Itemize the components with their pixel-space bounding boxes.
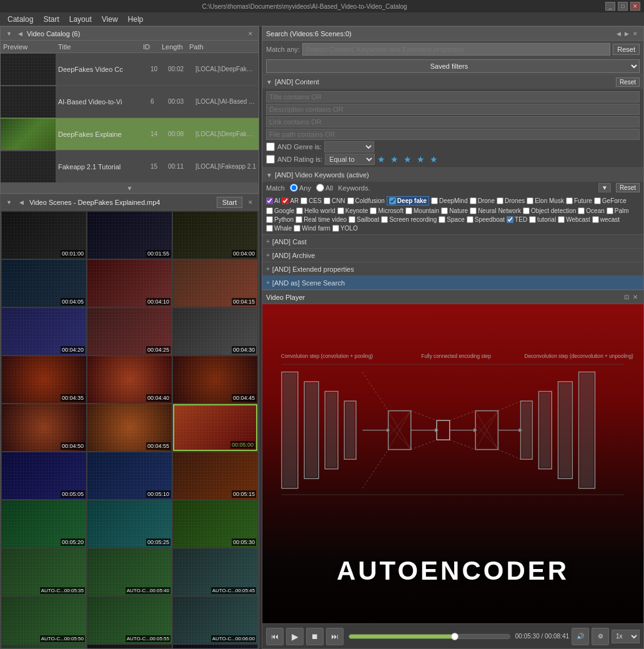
- keyword-CES[interactable]: CES: [300, 196, 322, 206]
- scene-thumb[interactable]: 00:04:15: [173, 260, 257, 307]
- keyword-ObjectDetection-checkbox[interactable]: [523, 207, 530, 214]
- catalog-row[interactable]: DeepFakes Video Cc 10 00:02 [LOCAL]\Deep…: [1, 53, 259, 86]
- scene-thumb[interactable]: AUTO-C...00:05:15: [173, 645, 257, 648]
- scene-thumb[interactable]: 00:04:40: [87, 356, 172, 403]
- keyword-Whale-checkbox[interactable]: [266, 225, 273, 232]
- catalog-pin-icon[interactable]: ▼: [4, 30, 14, 37]
- catalog-row[interactable]: AI-Based Video-to-Vi 6 00:03 [LOCAL]\AI-…: [1, 86, 259, 118]
- extended-filter-section[interactable]: + [AND] Extended properties: [262, 262, 643, 275]
- scene-thumb[interactable]: AUTO-C...00:05:40: [87, 548, 172, 595]
- scene-thumb[interactable]: 00:04:50: [2, 404, 86, 451]
- keyword-Google[interactable]: Google: [266, 207, 294, 214]
- player-next-button[interactable]: ⏭: [326, 628, 344, 645]
- scene-thumb[interactable]: 00:05:15: [173, 452, 257, 499]
- keyword-Drone-checkbox[interactable]: [470, 197, 477, 204]
- keyword-Future-checkbox[interactable]: [566, 197, 573, 204]
- menu-start[interactable]: Start: [38, 14, 64, 25]
- keyword-Keynote-checkbox[interactable]: [337, 207, 344, 214]
- player-progress-knob[interactable]: [451, 633, 458, 640]
- keyword-ObjectDetection[interactable]: Object detection: [523, 207, 576, 214]
- scene-thumb[interactable]: 00:05:00: [173, 404, 257, 451]
- keyword-Sailboat[interactable]: Sailboat: [349, 216, 379, 223]
- keyword-Palm[interactable]: Palm: [607, 207, 629, 214]
- genre-select[interactable]: [324, 141, 374, 152]
- scene-thumb[interactable]: 00:04:45: [173, 356, 257, 403]
- keyword-CNN[interactable]: CNN: [324, 196, 345, 206]
- keyword-YOLO[interactable]: YOLO: [332, 225, 358, 232]
- scene-thumb[interactable]: 00:01:55: [87, 212, 172, 259]
- search-reset-button[interactable]: Reset: [613, 44, 640, 55]
- keyword-Ocean-checkbox[interactable]: [578, 207, 585, 214]
- keyword-Coldfusion[interactable]: Coldfusion: [347, 196, 385, 206]
- scene-thumb[interactable]: 00:04:25: [87, 308, 172, 355]
- player-close-icon[interactable]: ✕: [631, 293, 640, 301]
- keyword-Mountain[interactable]: Mountain: [405, 207, 439, 214]
- keyword-AR[interactable]: AR: [282, 196, 299, 206]
- genre-checkbox[interactable]: [266, 142, 275, 151]
- catalog-row[interactable]: Fakeapp 2.1 Tutorial 15 00:11 [LOCAL]\Fa…: [1, 151, 259, 183]
- player-prev-button[interactable]: ⏮: [266, 628, 284, 645]
- search-arrow-icon[interactable]: ▶: [623, 30, 631, 37]
- keyword-WindFarm-checkbox[interactable]: [294, 225, 300, 232]
- filepath-contains-input[interactable]: [266, 129, 640, 140]
- keyword-Speedboat-checkbox[interactable]: [467, 216, 473, 223]
- keyword-Nature[interactable]: Nature: [441, 207, 468, 214]
- scene-thumb[interactable]: 00:05:20: [2, 500, 86, 547]
- scene-thumb[interactable]: 00:04:30: [173, 308, 257, 355]
- kw-any-radio[interactable]: [290, 184, 298, 192]
- keyword-NeuralNetwork[interactable]: Neural Network: [470, 207, 521, 214]
- scene-thumb[interactable]: AUTO-C...00:05:50: [2, 597, 86, 643]
- keyword-Drone[interactable]: Drone: [470, 196, 495, 206]
- close-button[interactable]: ✕: [630, 2, 640, 11]
- keyword-Whale[interactable]: Whale: [266, 225, 292, 232]
- keyword-Future[interactable]: Future: [566, 196, 592, 206]
- menu-layout[interactable]: Layout: [64, 14, 97, 25]
- scene-thumb[interactable]: 00:04:10: [87, 260, 172, 307]
- star-rating[interactable]: ★ ★ ★ ★ ★: [377, 154, 439, 164]
- scene-thumb[interactable]: 00:05:10: [87, 645, 172, 648]
- kw-reset-button[interactable]: Reset: [616, 183, 640, 192]
- keyword-DeepMind-checkbox[interactable]: [431, 197, 438, 204]
- keyword-wecast[interactable]: wecast: [592, 216, 620, 223]
- menu-help[interactable]: Help: [123, 14, 149, 25]
- keyword-Speedboat[interactable]: Speedboat: [467, 216, 505, 223]
- keyword-Nature-checkbox[interactable]: [441, 207, 448, 214]
- player-vol-button[interactable]: 🔊: [572, 628, 589, 645]
- keyword-WindFarm[interactable]: Wind farm: [294, 225, 330, 232]
- keyword-AI[interactable]: AI: [266, 196, 280, 206]
- cast-filter-section[interactable]: + [AND] Cast: [262, 234, 643, 248]
- keyword-Palm-checkbox[interactable]: [607, 207, 613, 214]
- keyword-AR-checkbox[interactable]: [282, 197, 289, 204]
- catalog-arrow-icon[interactable]: ◀: [16, 30, 24, 37]
- keyword-Microsoft[interactable]: Microsoft: [370, 207, 404, 214]
- keyword-Space[interactable]: Space: [438, 216, 464, 223]
- catalog-row[interactable]: DeepFakes Explaine 14 00:08 [LOCAL]\Deep…: [1, 118, 259, 151]
- rating-type-select[interactable]: Equal to: [325, 154, 375, 165]
- keyword-Webcast-checkbox[interactable]: [558, 216, 565, 223]
- scene-thumb[interactable]: AUTO-C...00:05:45: [173, 548, 257, 595]
- player-stop-button[interactable]: ⏹: [306, 628, 324, 645]
- keyword-HelloWorld[interactable]: Hello world: [296, 207, 335, 214]
- link-contains-input[interactable]: [266, 116, 640, 127]
- archive-filter-section[interactable]: + [AND] Archive: [262, 248, 643, 262]
- search-input[interactable]: [302, 43, 610, 56]
- player-settings-button[interactable]: ⚙: [592, 628, 609, 645]
- keyword-Deepfake[interactable]: Deep fake: [387, 196, 429, 206]
- saved-filters-select[interactable]: Saved filters: [266, 59, 640, 73]
- search-close-icon[interactable]: ✕: [631, 30, 640, 37]
- rating-checkbox[interactable]: [266, 155, 275, 164]
- scene-thumb[interactable]: AUTO-C...00:06:00: [173, 597, 257, 643]
- scenes-arrow-icon[interactable]: ◀: [17, 199, 26, 206]
- player-float-icon[interactable]: ⊡: [622, 293, 631, 301]
- scene-thumb[interactable]: 00:05:30: [173, 500, 257, 547]
- keyword-Drones-checkbox[interactable]: [497, 197, 503, 204]
- player-play-button[interactable]: ▶: [286, 628, 304, 645]
- kw-all-option[interactable]: All: [316, 184, 333, 192]
- description-contains-input[interactable]: [266, 104, 640, 115]
- keyword-YOLO-checkbox[interactable]: [332, 225, 339, 232]
- keyword-Space-checkbox[interactable]: [438, 216, 445, 223]
- keyword-TED[interactable]: TED: [507, 216, 527, 223]
- scenes-start-button[interactable]: Start: [217, 197, 242, 208]
- keyword-tutorial[interactable]: tutorial: [529, 216, 556, 223]
- keyword-NeuralNetwork-checkbox[interactable]: [470, 207, 477, 214]
